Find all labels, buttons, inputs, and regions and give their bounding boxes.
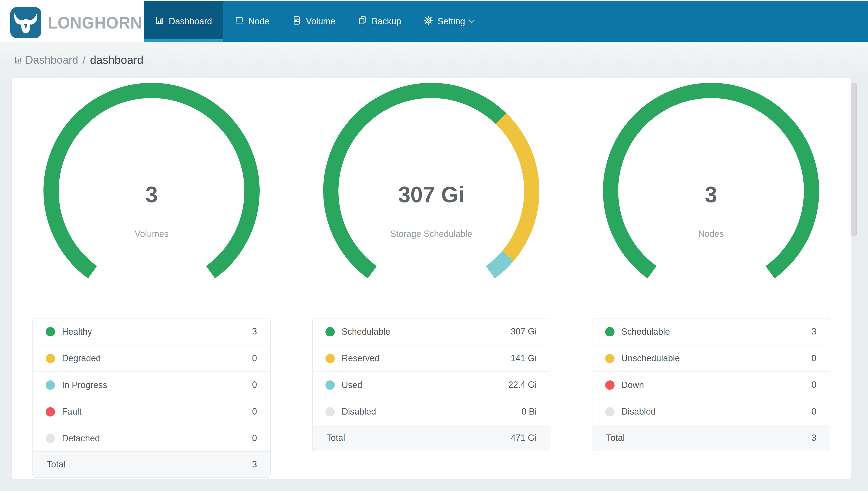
legend-color-dot <box>46 380 55 390</box>
legend-value: 307 Gi <box>467 318 550 345</box>
gauge-center-value: 3 <box>598 183 824 206</box>
storage-gauge: 307 Gi Storage Schedulable <box>318 82 544 288</box>
legend-color-dot <box>326 327 335 337</box>
legend-row: Unschedulable 0 <box>592 345 830 371</box>
bar-chart-icon <box>14 56 22 65</box>
gauge-center-label: Volumes <box>38 229 265 239</box>
volumes-legend-table: Healthy 3 Degraded 0 In Progress 0 Fau <box>32 318 271 478</box>
gauge-center-value: 3 <box>38 183 265 206</box>
chevron-down-icon <box>468 16 475 27</box>
legend-row: Used 22.4 Gi <box>313 372 550 398</box>
total-value: 471 Gi <box>467 425 550 451</box>
legend-color-dot <box>326 380 335 390</box>
brand-area[interactable]: LONGHORN <box>0 1 144 42</box>
legend-value: 141 Gi <box>467 345 550 371</box>
legend-label: Fault <box>62 407 82 417</box>
legend-label: Used <box>342 380 362 390</box>
storage-panel: 307 Gi Storage Schedulable Schedulable 3… <box>291 78 571 479</box>
legend-value: 0 <box>788 398 830 425</box>
tab-label: Dashboard <box>169 16 212 27</box>
legend-color-dot <box>605 327 615 337</box>
longhorn-logo-icon <box>10 7 41 39</box>
legend-total-row: Total 3 <box>592 425 830 451</box>
legend-color-dot <box>605 380 615 390</box>
legend-color-dot <box>46 407 55 416</box>
legend-row: Disabled 0 Bi <box>313 398 550 425</box>
legend-row: Reserved 141 Gi <box>313 345 550 371</box>
legend-value: 0 Bi <box>467 398 550 425</box>
legend-value: 22.4 Gi <box>467 372 550 398</box>
storage-legend-table: Schedulable 307 Gi Reserved 141 Gi Used … <box>312 318 551 451</box>
volumes-panel: 3 Volumes Healthy 3 Degraded 0 <box>12 78 291 479</box>
legend-label: In Progress <box>62 380 107 390</box>
total-label: Total <box>313 425 467 451</box>
legend-value: 0 <box>788 345 830 371</box>
legend-label: Unschedulable <box>621 353 680 364</box>
breadcrumb-root-link[interactable]: Dashboard <box>25 54 78 66</box>
tab-dashboard[interactable]: Dashboard <box>144 1 223 42</box>
legend-row: Fault 0 <box>33 398 270 425</box>
legend-value: 0 <box>788 372 830 398</box>
legend-label: Disabled <box>342 407 376 417</box>
legend-label: Degraded <box>62 353 101 364</box>
bar-chart-icon <box>155 16 164 27</box>
tab-volume[interactable]: Volume <box>281 1 347 42</box>
legend-value: 3 <box>223 318 271 345</box>
gear-icon <box>424 16 433 27</box>
legend-color-dot <box>605 354 615 363</box>
legend-value: 3 <box>788 318 830 345</box>
legend-row: Healthy 3 <box>33 318 270 345</box>
total-value: 3 <box>788 425 830 451</box>
gauge-center-label: Nodes <box>598 229 824 239</box>
legend-row: Schedulable 307 Gi <box>313 318 550 345</box>
brand-wordmark: LONGHORN <box>48 13 142 32</box>
node-icon <box>235 16 244 27</box>
total-label: Total <box>33 452 223 477</box>
legend-color-dot <box>46 434 55 443</box>
legend-value: 0 <box>223 398 271 425</box>
legend-color-dot <box>46 327 55 337</box>
legend-row: In Progress 0 <box>33 372 270 398</box>
legend-total-row: Total 3 <box>33 452 270 477</box>
legend-row: Detached 0 <box>33 425 270 452</box>
legend-label: Schedulable <box>621 326 670 337</box>
nav-tabs: Dashboard Node Volume <box>144 1 487 42</box>
total-label: Total <box>592 425 788 451</box>
breadcrumb-current: dashboard <box>90 53 144 66</box>
legend-value: 0 <box>223 425 271 452</box>
nodes-legend-table: Schedulable 3 Unschedulable 0 Down 0 D <box>592 318 830 451</box>
legend-color-dot <box>605 407 615 416</box>
total-value: 3 <box>223 452 271 477</box>
legend-label: Schedulable <box>342 326 390 337</box>
legend-label: Disabled <box>621 407 656 417</box>
volumes-gauge: 3 Volumes <box>38 82 265 288</box>
scrollbar-thumb[interactable] <box>851 83 857 236</box>
dashboard-card: 3 Volumes Healthy 3 Degraded 0 <box>12 78 851 479</box>
legend-row: Disabled 0 <box>592 398 830 425</box>
legend-row: Down 0 <box>592 372 830 398</box>
legend-label: Down <box>621 380 644 390</box>
legend-value: 0 <box>223 372 271 398</box>
tab-label: Volume <box>306 16 335 27</box>
legend-label: Detached <box>62 433 100 443</box>
tab-setting[interactable]: Setting <box>412 1 487 42</box>
tab-label: Backup <box>372 16 401 27</box>
tab-backup[interactable]: Backup <box>347 1 412 42</box>
legend-row: Degraded 0 <box>33 345 270 371</box>
gauge-columns: 3 Volumes Healthy 3 Degraded 0 <box>12 78 851 479</box>
legend-color-dot <box>326 407 335 416</box>
tab-node[interactable]: Node <box>223 1 281 42</box>
legend-color-dot <box>46 354 55 363</box>
nodes-gauge: 3 Nodes <box>598 82 824 288</box>
tab-label: Setting <box>437 16 465 27</box>
tab-label: Node <box>248 16 270 27</box>
volume-icon <box>292 16 301 27</box>
legend-value: 0 <box>223 345 271 371</box>
gauge-center-label: Storage Schedulable <box>318 229 544 239</box>
nodes-panel: 3 Nodes Schedulable 3 Unschedulable 0 <box>571 78 851 479</box>
breadcrumb-separator: / <box>83 54 86 66</box>
legend-color-dot <box>326 354 335 363</box>
legend-label: Healthy <box>62 326 92 337</box>
breadcrumb: Dashboard / dashboard <box>0 42 144 78</box>
legend-row: Schedulable 3 <box>592 318 830 345</box>
